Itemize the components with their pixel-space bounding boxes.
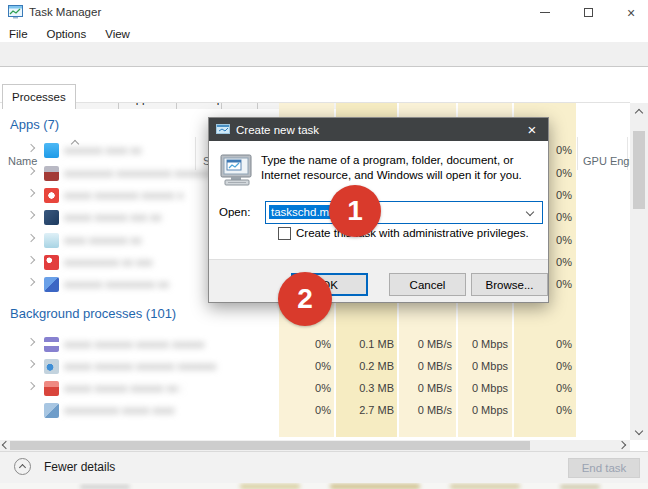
vertical-scrollbar-thumb[interactable] <box>633 131 645 209</box>
run-program-icon <box>219 154 255 188</box>
expand-chevron-icon[interactable] <box>27 189 35 197</box>
process-row[interactable]: xxxxx xxxxxx xxxxxx xx xx0%0.3 MB0 MB/s0… <box>0 378 630 400</box>
process-name-blurred: xxxxxxxxxx xx xxx <box>64 256 166 270</box>
dialog-close-icon[interactable]: × <box>516 118 548 141</box>
cell-cpu: 0% <box>271 360 331 372</box>
process-name-blurred: xxxxxxxxxx xxxxx xxxx <box>64 404 176 418</box>
menu-item-options[interactable]: Options <box>47 28 87 40</box>
task-manager-window: Task Manager × FileOptionsView Processes… <box>0 0 648 489</box>
cell-cpu: 0% <box>271 404 331 416</box>
app-icon <box>44 359 59 374</box>
cell-gpu: 0% <box>512 338 572 350</box>
process-name-blurred: xxxxxxxxx xxxxxxxxxx xxxxxxx <box>64 167 214 181</box>
minimize-icon[interactable] <box>525 0 565 25</box>
expand-chevron-icon[interactable] <box>27 234 35 242</box>
cell-network: 0 Mbps <box>448 404 508 416</box>
cell-gpu: 0% <box>512 404 572 416</box>
app-icon <box>44 210 59 225</box>
fewer-details-label[interactable]: Fewer details <box>44 460 115 474</box>
app-icon <box>44 255 59 270</box>
expand-chevron-icon[interactable] <box>27 211 35 219</box>
process-name-blurred: xxxxxxx xxxxxxxxx xx <box>64 278 176 292</box>
expand-chevron-icon[interactable] <box>27 278 35 286</box>
cancel-button[interactable]: Cancel <box>389 273 466 296</box>
cell-gpu: 0% <box>512 382 572 394</box>
app-icon <box>44 233 59 248</box>
process-row[interactable]: xxxxxxxxxx xxxxx xxxx0%2.7 MB0 MB/s0 Mbp… <box>0 400 630 422</box>
process-name-blurred: xxxx xxxxxxx xx <box>64 234 156 248</box>
cell-disk: 0 MB/s <box>392 338 452 350</box>
process-row[interactable]: xxxxx xxxxxxx xxxxxxx xxxxxxx0%0.2 MB0 M… <box>0 356 630 378</box>
cell-memory: 0.3 MB <box>334 382 394 394</box>
process-row[interactable]: xxxxx xxxxxxx xxxxxx xxxxxx x0%0.1 MB0 M… <box>0 334 630 356</box>
process-name-blurred: xxxxx xxxxxxx xxxxxx xxxxxx x <box>64 338 204 352</box>
cell-cpu: 0% <box>271 338 331 350</box>
title-bar: Task Manager × <box>0 0 648 25</box>
cell-network: 0 Mbps <box>448 382 508 394</box>
maximize-icon[interactable] <box>568 0 608 25</box>
tab-processes[interactable]: Processes <box>2 84 76 109</box>
dialog-title-bar[interactable]: Create new task × <box>209 118 548 141</box>
dialog-instruction: Type the name of a program, folder, docu… <box>261 153 541 183</box>
close-icon[interactable]: × <box>611 0 648 25</box>
cell-network: 0 Mbps <box>448 338 508 350</box>
fewer-details-toggle[interactable] <box>14 458 31 475</box>
cell-network: 0 Mbps <box>448 360 508 372</box>
open-label: Open: <box>219 206 250 218</box>
run-dialog-icon <box>216 124 230 136</box>
list-header: Name Status 3%CPU69%Memory0%Disk0%Networ… <box>0 67 630 103</box>
cell-disk: 0 MB/s <box>392 382 452 394</box>
cell-memory: 0.2 MB <box>334 360 394 372</box>
menu-item-file[interactable]: File <box>9 28 28 40</box>
menu-item-view[interactable]: View <box>105 28 130 40</box>
group-header[interactable]: Background processes (101) <box>10 306 176 321</box>
expand-chevron-icon[interactable] <box>27 167 35 175</box>
open-combobox[interactable]: taskschd.msc <box>265 201 543 224</box>
app-icon <box>44 381 59 396</box>
task-manager-icon <box>8 5 23 19</box>
app-icon <box>44 277 59 292</box>
menu-bar: FileOptionsView <box>0 25 648 42</box>
admin-privileges-label[interactable]: Create this task with administrative pri… <box>296 227 529 239</box>
dialog-title: Create new task <box>236 124 319 136</box>
expand-chevron-icon[interactable] <box>27 360 35 368</box>
expand-chevron-icon[interactable] <box>27 144 35 152</box>
app-icon <box>44 403 59 418</box>
cell-gpu: 0% <box>512 360 572 372</box>
process-name-blurred: xxxxx xxxxxx xxxxxx xx xx <box>64 382 182 396</box>
process-name-blurred: xxxxx xxxxxx xxx xx <box>64 211 169 225</box>
admin-privileges-checkbox[interactable] <box>278 227 291 240</box>
cell-disk: 0 MB/s <box>392 404 452 416</box>
app-icon <box>44 337 59 352</box>
app-icon <box>44 188 59 203</box>
expand-chevron-icon[interactable] <box>27 256 35 264</box>
process-name-blurred: xxxxx xxxxxxx xxxxxxx xxxxxxx <box>64 360 216 374</box>
horizontal-scrollbar-thumb[interactable] <box>10 441 530 450</box>
process-name-blurred: xxxxxxx xxxx xx <box>64 144 152 158</box>
step-2-annotation: 2 <box>278 272 332 326</box>
window-title: Task Manager <box>29 6 101 18</box>
chevron-down-icon[interactable] <box>526 208 534 216</box>
tab-strip: ProcessesPerformanceApp historyStartupUs… <box>0 42 648 67</box>
desktop-strip <box>0 483 648 489</box>
group-header[interactable]: Apps (7) <box>10 117 59 132</box>
cell-memory: 0.1 MB <box>334 338 394 350</box>
app-icon <box>44 166 59 181</box>
cell-memory: 2.7 MB <box>334 404 394 416</box>
cell-cpu: 0% <box>271 382 331 394</box>
cell-disk: 0 MB/s <box>392 360 452 372</box>
app-icon <box>44 143 59 158</box>
step-1-annotation: 1 <box>329 185 381 237</box>
expand-chevron-icon[interactable] <box>27 382 35 390</box>
process-name-blurred: xxxxx xxxxxxxx xxxxxx xxx <box>64 189 184 203</box>
browse-button[interactable]: Browse... <box>471 273 548 296</box>
end-task-button[interactable]: End task <box>568 458 640 478</box>
expand-chevron-icon[interactable] <box>27 338 35 346</box>
